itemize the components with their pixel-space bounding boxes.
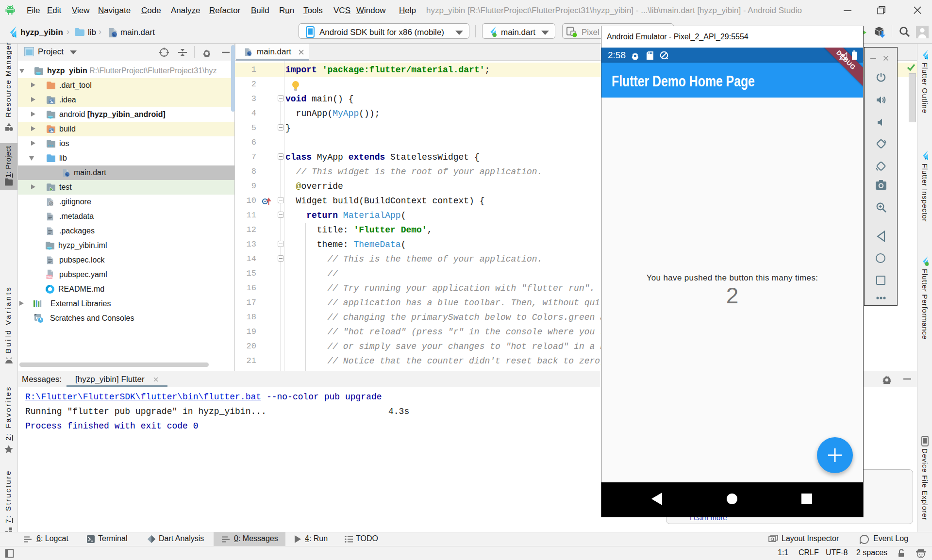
- svg-text:YML: YML: [46, 275, 52, 279]
